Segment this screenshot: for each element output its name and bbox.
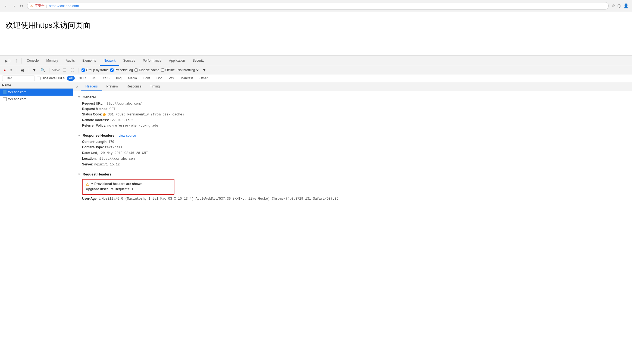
filter-type-other[interactable]: Other (197, 76, 210, 81)
throttling-dropdown-icon[interactable]: ▼ (201, 67, 208, 73)
preserve-log-label[interactable]: Preserve log (110, 68, 133, 72)
preserve-log-text: Preserve log (115, 68, 133, 72)
view-label: View: (52, 68, 60, 72)
general-section-header[interactable]: ▼ General (78, 93, 628, 101)
tab-elements[interactable]: Elements (79, 56, 100, 66)
filter-type-font[interactable]: Font (141, 76, 152, 81)
response-location-row: Location: https://xxx.abc.com (78, 156, 628, 162)
response-headers-label: Response Headers (83, 133, 114, 137)
disable-cache-checkbox[interactable] (134, 68, 138, 72)
detail-tab-response[interactable]: Response (122, 82, 146, 91)
reload-button[interactable]: ↻ (18, 3, 24, 9)
response-date-row: Date: Wed, 29 May 2019 08:46:28 GMT (78, 150, 628, 156)
preserve-log-checkbox[interactable] (110, 68, 114, 72)
provisional-warning-triangle-icon: △ (86, 182, 89, 186)
large-view-button[interactable]: ☷ (70, 67, 76, 73)
referrer-policy-value: no-referrer-when-downgrade (107, 124, 158, 128)
user-agent-key: User-Agent: (82, 197, 101, 200)
filter-type-manifest[interactable]: Manifest (179, 76, 195, 81)
address-bar[interactable]: ⚠ 不安全 | https://xxx.abc.com (27, 2, 609, 10)
provisional-warning-title: △ ⚠ Provisional headers are shown (86, 182, 171, 186)
request-method-key: Request Method: (82, 107, 108, 111)
tab-sources[interactable]: Sources (119, 56, 139, 66)
toolbar-sep-1 (16, 68, 16, 73)
browser-chrome: ← → ↻ ⚠ 不安全 | https://xxx.abc.com ☆ ⬡ 👤 (0, 0, 632, 12)
content-length-value: 170 (108, 140, 114, 144)
general-status-code-row: Status Code: 301 Moved Permanently (from… (78, 112, 628, 117)
request-item-1[interactable]: xxx.abc.com (0, 96, 73, 103)
bookmark-icon[interactable]: ☆ (611, 3, 615, 8)
filter-type-img[interactable]: Img (114, 76, 124, 81)
forward-button[interactable]: → (11, 3, 17, 9)
hide-data-urls-text: Hide data URLs (42, 76, 65, 80)
detail-tab-headers[interactable]: Headers (81, 82, 102, 91)
response-server-row: Server: nginx/1.15.12 (78, 162, 628, 167)
tabs-divider (21, 58, 22, 64)
detail-tabs: × Headers Preview Response Timing (73, 82, 632, 91)
list-view-button[interactable]: ☰ (62, 67, 68, 73)
filter-type-media[interactable]: Media (126, 76, 139, 81)
tab-audits[interactable]: Audits (62, 56, 79, 66)
group-by-frame-checkbox[interactable] (82, 68, 85, 72)
tab-memory[interactable]: Memory (43, 56, 62, 66)
view-source-link[interactable]: view source (119, 134, 136, 137)
response-headers-section-header[interactable]: ▼ Response Headers view source (78, 132, 628, 139)
record-button[interactable]: ● (2, 67, 7, 73)
browser-actions: ☆ ⬡ 👤 (611, 3, 629, 8)
network-toolbar: ● ☓ ▣ ▼ 🔍 View: ☰ ☷ Group by frame Prese… (0, 66, 632, 74)
tab-console[interactable]: Console (23, 56, 42, 66)
tab-security[interactable]: Security (189, 56, 208, 66)
request-headers-section-header[interactable]: ▼ Request Headers (78, 171, 628, 178)
disable-cache-label[interactable]: Disable cache (134, 68, 159, 72)
request-item-0[interactable]: xxx.abc.com (0, 89, 73, 96)
filter-type-js[interactable]: JS (90, 76, 98, 81)
offline-label[interactable]: Offline (161, 68, 175, 72)
offline-text: Offline (165, 68, 175, 72)
referrer-policy-key: Referrer Policy: (82, 124, 106, 127)
response-content-type-row: Content-Type: text/html (78, 145, 628, 150)
content-length-key: Content-Length: (82, 140, 107, 144)
filter-type-all[interactable]: All (67, 76, 75, 81)
select-element-icon[interactable]: ▶□ (2, 57, 13, 65)
group-by-frame-text: Group by frame (86, 68, 108, 72)
filter-input[interactable] (2, 76, 35, 81)
server-key: Server: (82, 162, 93, 166)
account-icon[interactable]: 👤 (623, 3, 629, 8)
clear-button[interactable]: ☓ (9, 67, 13, 73)
request-url-value: http://xxx.abc.com/ (105, 102, 142, 105)
request-item-icon-1 (3, 97, 7, 101)
cast-icon[interactable]: ⬡ (617, 3, 621, 8)
back-button[interactable]: ← (3, 3, 9, 9)
request-headers-label: Request Headers (83, 172, 111, 176)
tab-performance[interactable]: Performance (139, 56, 165, 66)
filter-type-css[interactable]: CSS (101, 76, 112, 81)
request-item-name-0: xxx.abc.com (8, 90, 26, 94)
offline-checkbox[interactable] (161, 68, 164, 72)
remote-address-key: Remote Address: (82, 118, 109, 122)
provisional-warning-text: ⚠ Provisional headers are shown (90, 182, 142, 186)
location-value: https://xxx.abc.com (98, 157, 135, 161)
detail-close-button[interactable]: × (73, 83, 81, 90)
group-by-frame-label[interactable]: Group by frame (82, 68, 108, 72)
search-button[interactable]: 🔍 (39, 67, 46, 73)
detail-tab-timing[interactable]: Timing (146, 82, 164, 91)
device-toolbar-icon[interactable]: ⎱ (13, 57, 20, 65)
hide-data-urls-label[interactable]: Hide data URLs (37, 76, 65, 80)
tab-network[interactable]: Network (100, 56, 119, 66)
filter-button[interactable]: ▼ (31, 67, 37, 73)
tab-application[interactable]: Application (165, 56, 189, 66)
throttling-select[interactable]: No throttling (176, 68, 199, 72)
toolbar-sep-2 (28, 68, 28, 73)
capture-screenshots-button[interactable]: ▣ (19, 67, 25, 73)
filter-type-doc[interactable]: Doc (154, 76, 164, 81)
detail-tab-preview[interactable]: Preview (102, 82, 123, 91)
hide-data-urls-checkbox[interactable] (37, 77, 40, 80)
request-item-icon-0 (3, 90, 7, 94)
filter-type-ws[interactable]: WS (167, 76, 176, 81)
disable-cache-text: Disable cache (139, 68, 159, 72)
filter-type-xhr[interactable]: XHR (77, 76, 88, 81)
date-key: Date: (82, 151, 90, 155)
content-type-key: Content-Type: (82, 145, 104, 149)
status-code-value: 301 Moved Permanently (from disk cache) (108, 113, 184, 117)
security-warning-icon: ⚠ (30, 4, 33, 8)
